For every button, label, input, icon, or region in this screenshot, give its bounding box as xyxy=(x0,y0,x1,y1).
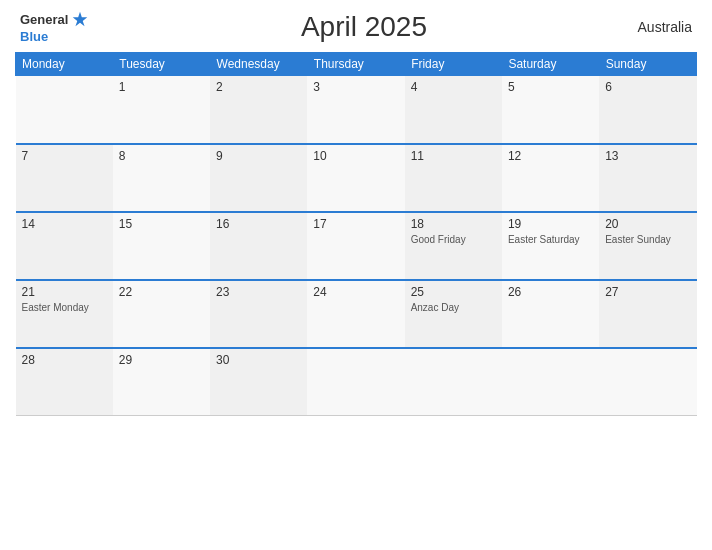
day-number: 6 xyxy=(605,80,690,94)
weekday-friday: Friday xyxy=(405,53,502,76)
day-number: 7 xyxy=(22,149,107,163)
calendar-cell-w4d6: 26 xyxy=(502,280,599,348)
day-number: 4 xyxy=(411,80,496,94)
calendar-cell-w3d4: 17 xyxy=(307,212,404,280)
day-number: 27 xyxy=(605,285,690,299)
day-number: 22 xyxy=(119,285,204,299)
calendar-cell-w2d5: 11 xyxy=(405,144,502,212)
calendar-week-1: 123456 xyxy=(16,76,697,144)
calendar-cell-w1d2: 1 xyxy=(113,76,210,144)
day-number: 10 xyxy=(313,149,398,163)
calendar-table: Monday Tuesday Wednesday Thursday Friday… xyxy=(15,52,697,416)
calendar-week-4: 21Easter Monday22232425Anzac Day2627 xyxy=(16,280,697,348)
day-number: 17 xyxy=(313,217,398,231)
logo-blue-text: Blue xyxy=(20,30,90,44)
weekday-tuesday: Tuesday xyxy=(113,53,210,76)
calendar-cell-w5d2: 29 xyxy=(113,348,210,416)
calendar-cell-w4d2: 22 xyxy=(113,280,210,348)
calendar-cell-w5d3: 30 xyxy=(210,348,307,416)
weekday-monday: Monday xyxy=(16,53,113,76)
day-number: 30 xyxy=(216,353,301,367)
calendar-cell-w1d4: 3 xyxy=(307,76,404,144)
calendar-cell-w1d3: 2 xyxy=(210,76,307,144)
svg-marker-0 xyxy=(73,12,88,27)
weekday-sunday: Sunday xyxy=(599,53,696,76)
calendar-cell-w2d6: 12 xyxy=(502,144,599,212)
day-number: 21 xyxy=(22,285,107,299)
calendar-cell-w3d3: 16 xyxy=(210,212,307,280)
calendar-title: April 2025 xyxy=(301,11,427,43)
calendar-cell-w2d4: 10 xyxy=(307,144,404,212)
calendar-header: General Blue April 2025 Australia xyxy=(15,10,697,44)
calendar-cell-w3d6: 19Easter Saturday xyxy=(502,212,599,280)
calendar-week-5: 282930 xyxy=(16,348,697,416)
day-number: 23 xyxy=(216,285,301,299)
day-number: 5 xyxy=(508,80,593,94)
day-number: 9 xyxy=(216,149,301,163)
holiday-label: Easter Monday xyxy=(22,301,107,314)
day-number: 19 xyxy=(508,217,593,231)
calendar-cell-w1d7: 6 xyxy=(599,76,696,144)
holiday-label: Easter Saturday xyxy=(508,233,593,246)
calendar-cell-w5d1: 28 xyxy=(16,348,113,416)
logo-general-text: General xyxy=(20,13,68,27)
calendar-cell-w3d7: 20Easter Sunday xyxy=(599,212,696,280)
day-number: 24 xyxy=(313,285,398,299)
calendar-cell-w4d7: 27 xyxy=(599,280,696,348)
calendar-cell-w4d5: 25Anzac Day xyxy=(405,280,502,348)
day-number: 29 xyxy=(119,353,204,367)
calendar-cell-w3d2: 15 xyxy=(113,212,210,280)
calendar-week-3: 1415161718Good Friday19Easter Saturday20… xyxy=(16,212,697,280)
day-number: 25 xyxy=(411,285,496,299)
day-number: 1 xyxy=(119,80,204,94)
calendar-cell-w2d1: 7 xyxy=(16,144,113,212)
calendar-cell-w3d1: 14 xyxy=(16,212,113,280)
weekday-saturday: Saturday xyxy=(502,53,599,76)
day-number: 16 xyxy=(216,217,301,231)
day-number: 8 xyxy=(119,149,204,163)
weekday-wednesday: Wednesday xyxy=(210,53,307,76)
calendar-week-2: 78910111213 xyxy=(16,144,697,212)
calendar-cell-w4d4: 24 xyxy=(307,280,404,348)
calendar-body: 123456789101112131415161718Good Friday19… xyxy=(16,76,697,416)
day-number: 20 xyxy=(605,217,690,231)
calendar-cell-w4d3: 23 xyxy=(210,280,307,348)
day-number: 15 xyxy=(119,217,204,231)
day-number: 28 xyxy=(22,353,107,367)
calendar-cell-w4d1: 21Easter Monday xyxy=(16,280,113,348)
calendar-cell-w5d5 xyxy=(405,348,502,416)
calendar-container: General Blue April 2025 Australia Monday… xyxy=(0,0,712,550)
day-number: 14 xyxy=(22,217,107,231)
calendar-cell-w1d1 xyxy=(16,76,113,144)
day-number: 2 xyxy=(216,80,301,94)
holiday-label: Good Friday xyxy=(411,233,496,246)
weekday-header-row: Monday Tuesday Wednesday Thursday Friday… xyxy=(16,53,697,76)
calendar-cell-w2d2: 8 xyxy=(113,144,210,212)
day-number: 11 xyxy=(411,149,496,163)
holiday-label: Easter Sunday xyxy=(605,233,690,246)
day-number: 26 xyxy=(508,285,593,299)
day-number: 18 xyxy=(411,217,496,231)
weekday-thursday: Thursday xyxy=(307,53,404,76)
calendar-cell-w5d4 xyxy=(307,348,404,416)
country-label: Australia xyxy=(638,19,692,35)
calendar-cell-w2d3: 9 xyxy=(210,144,307,212)
calendar-cell-w1d5: 4 xyxy=(405,76,502,144)
day-number: 3 xyxy=(313,80,398,94)
calendar-cell-w5d7 xyxy=(599,348,696,416)
calendar-cell-w2d7: 13 xyxy=(599,144,696,212)
holiday-label: Anzac Day xyxy=(411,301,496,314)
calendar-cell-w5d6 xyxy=(502,348,599,416)
day-number: 12 xyxy=(508,149,593,163)
day-number: 13 xyxy=(605,149,690,163)
logo-flag-icon xyxy=(70,10,90,30)
logo: General Blue xyxy=(20,10,90,44)
calendar-cell-w3d5: 18Good Friday xyxy=(405,212,502,280)
calendar-cell-w1d6: 5 xyxy=(502,76,599,144)
